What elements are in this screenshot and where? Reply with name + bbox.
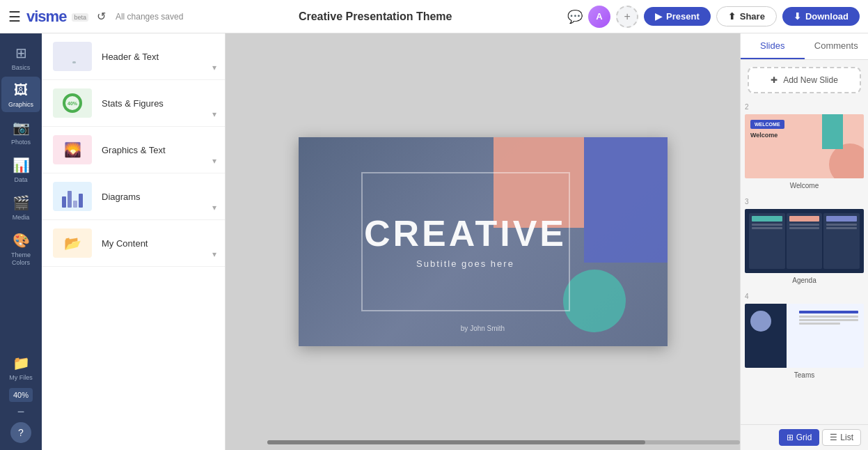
sidebar-item-photos[interactable]: 📷 Photos	[1, 114, 40, 150]
sidebar-item-theme-label: Theme Colors	[4, 251, 38, 267]
slide-item-welcome[interactable]: 2 WELCOME Welcome Welcome	[743, 103, 865, 189]
list-view-button[interactable]: ☰ List	[822, 429, 861, 446]
avatar: A	[588, 6, 610, 28]
comment-icon[interactable]: 💬	[567, 9, 583, 24]
welcome-bg: WELCOME Welcome	[745, 114, 864, 178]
panel-item-stats[interactable]: 40% Stats & Figures ▾	[42, 80, 225, 127]
my-content-thumb: 📂	[53, 228, 92, 258]
slide-thumb-welcome: WELCOME Welcome	[743, 113, 865, 180]
agenda-col-1	[749, 213, 785, 269]
undo-icon[interactable]: ↺	[97, 10, 106, 23]
welcome-text: Welcome	[750, 132, 778, 139]
header-text-thumb	[53, 42, 92, 71]
sidebar-item-media[interactable]: 🎬 Media	[1, 189, 40, 225]
shape-blue	[584, 137, 668, 263]
tab-comments[interactable]: Comments	[805, 33, 869, 59]
list-label: List	[840, 433, 853, 442]
teams-bg	[745, 304, 864, 368]
slide-thumb-teams	[743, 302, 865, 369]
panel-item-graphics-text[interactable]: 🌄 Graphics & Text ▾	[42, 127, 225, 173]
stats-circle: 40%	[63, 93, 82, 113]
canvas-area: CREATIVE Subtitle goes here by John Smit…	[226, 33, 740, 450]
graphics-text-thumb: 🌄	[53, 135, 92, 164]
chevron-down-icon: ▾	[212, 63, 216, 72]
teams-sidebar	[745, 304, 787, 368]
slide-item-teams[interactable]: 4 Teams	[743, 293, 865, 379]
agenda-col-2	[787, 213, 823, 269]
sidebar-bottom: 📁 My Files 40% − ?	[1, 349, 40, 450]
plus-icon: ✚	[771, 75, 778, 85]
slide-creative-text: CREATIVE	[364, 215, 567, 251]
slides-list: 2 WELCOME Welcome Welcome 3	[741, 100, 868, 424]
welcome-rect	[822, 114, 843, 149]
slides-panel-tabs: Slides Comments	[741, 33, 868, 60]
sidebar-item-data[interactable]: 📊 Data	[1, 151, 40, 187]
horizontal-scrollbar[interactable]	[267, 440, 740, 444]
sidebar-item-data-label: Data	[14, 176, 27, 183]
topbar-left: ☰ visme beta ↺ All changes saved	[8, 8, 183, 26]
folder-icon: 📂	[64, 235, 81, 251]
zoom-minus-icon[interactable]: −	[17, 405, 25, 419]
topbar: ☰ visme beta ↺ All changes saved Creativ…	[0, 0, 868, 33]
slide-item-agenda[interactable]: 3	[743, 198, 865, 284]
chevron-down-icon: ▾	[212, 156, 216, 166]
sidebar-item-theme-colors[interactable]: 🎨 Theme Colors	[1, 226, 40, 271]
graphics-text-label: Graphics & Text	[102, 145, 214, 155]
panel-item-my-content[interactable]: 📂 My Content ▾	[42, 220, 225, 267]
present-button[interactable]: ▶ Present	[644, 7, 711, 26]
add-collaborator-button[interactable]: +	[616, 6, 638, 28]
diagrams-thumb	[53, 182, 92, 211]
image-icon: 🌄	[64, 141, 81, 158]
zoom-level[interactable]: 40%	[9, 388, 33, 402]
panel-item-diagrams[interactable]: Diagrams ▾	[42, 173, 225, 220]
chevron-down-icon: ▾	[212, 203, 216, 212]
tab-slides[interactable]: Slides	[741, 33, 805, 59]
media-icon: 🎬	[13, 194, 30, 211]
slide-thumb-agenda	[743, 208, 865, 274]
slide-number-2: 2	[743, 103, 865, 111]
sidebar-icons: ⊞ Basics 🖼 Graphics 📷 Photos 📊 Data 🎬 Me…	[0, 33, 42, 450]
sidebar-item-my-files[interactable]: 📁 My Files	[1, 349, 40, 385]
saved-text: All changes saved	[116, 12, 183, 22]
main-area: ⊞ Basics 🖼 Graphics 📷 Photos 📊 Data 🎬 Me…	[0, 33, 868, 450]
slide-content-box: CREATIVE Subtitle goes here	[361, 172, 570, 311]
topbar-right: 💬 A + ▶ Present ⬆ Share ⬇ Download	[567, 6, 860, 28]
grid-label: Grid	[796, 433, 812, 442]
slide-label-welcome: Welcome	[743, 182, 865, 189]
download-button[interactable]: ⬇ Download	[782, 7, 860, 26]
share-button[interactable]: ⬆ Share	[716, 6, 777, 26]
sidebar-item-basics-label: Basics	[12, 64, 31, 71]
help-button[interactable]: ?	[10, 422, 31, 443]
presentation-title: Creative Presentation Theme	[190, 10, 560, 23]
slides-panel: Slides Comments ✚ Add New Slide 2 WELCOM…	[740, 33, 868, 450]
logo-text: visme	[26, 8, 66, 26]
sidebar-item-graphics-label: Graphics	[8, 101, 33, 108]
agenda-col-3	[823, 213, 860, 269]
elements-panel: Header & Text ▾ 40% Stats & Figures ▾ 🌄 …	[42, 33, 226, 450]
panel-item-header-text[interactable]: Header & Text ▾	[42, 33, 225, 80]
chevron-down-icon: ▾	[212, 249, 216, 259]
menu-icon[interactable]: ☰	[8, 8, 21, 25]
grid-view-button[interactable]: ⊞ Grid	[779, 429, 820, 446]
data-icon: 📊	[13, 157, 30, 173]
chevron-down-icon: ▾	[212, 109, 216, 119]
basics-icon: ⊞	[15, 45, 27, 61]
sidebar-item-photos-label: Photos	[11, 139, 31, 146]
shape-teal	[563, 270, 626, 332]
welcome-badge: WELCOME	[750, 120, 784, 129]
my-files-icon: 📁	[13, 355, 30, 371]
scrollbar-thumb	[267, 440, 645, 444]
slide-number-3: 3	[743, 198, 865, 205]
graphics-icon: 🖼	[14, 82, 28, 98]
bottom-controls: ⊞ Grid ☰ List	[741, 424, 868, 450]
slide-author: by John Smith	[461, 325, 505, 332]
slide-number-4: 4	[743, 293, 865, 300]
diagrams-label: Diagrams	[102, 192, 214, 202]
sidebar-item-basics[interactable]: ⊞ Basics	[1, 39, 40, 75]
beta-label: beta	[72, 13, 88, 22]
teams-avatar	[750, 311, 771, 332]
sidebar-item-graphics[interactable]: 🖼 Graphics	[1, 77, 40, 112]
slide-label-agenda: Agenda	[743, 277, 865, 284]
add-new-slide-button[interactable]: ✚ Add New Slide	[748, 67, 861, 93]
slide-subtitle: Subtitle goes here	[416, 258, 514, 269]
